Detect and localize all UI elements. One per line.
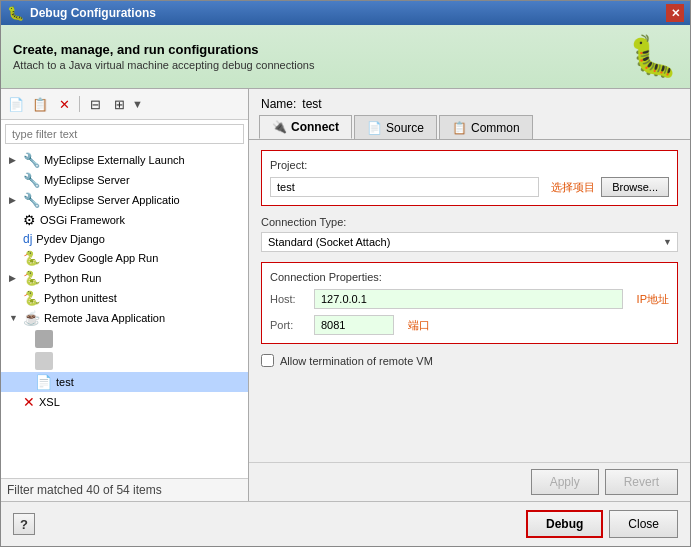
source-icon: 📄 xyxy=(367,121,382,135)
item-label: MyEclipse Server xyxy=(44,174,130,186)
debug-button[interactable]: Debug xyxy=(526,510,603,538)
list-item[interactable] xyxy=(1,328,248,350)
item-label: Python Run xyxy=(44,272,101,284)
project-hint: 选择项目 xyxy=(551,180,595,195)
item-label: test xyxy=(56,376,74,388)
allow-termination-label: Allow termination of remote VM xyxy=(280,355,433,367)
title-bar: 🐛 Debug Configurations ✕ xyxy=(1,1,690,25)
project-input[interactable] xyxy=(270,177,539,197)
host-input[interactable] xyxy=(314,289,623,309)
item-icon: 🐍 xyxy=(23,290,40,306)
toolbar-divider xyxy=(79,96,80,112)
port-input[interactable] xyxy=(314,315,394,335)
header-text: Create, manage, and run configurations A… xyxy=(13,42,314,71)
connection-type-label: Connection Type: xyxy=(261,216,678,228)
sidebar: 📄 📋 ✕ ⊟ ⊞ ▼ ▶ 🔧 MyEclipse Externally Lau… xyxy=(1,89,249,501)
tab-source[interactable]: 📄 Source xyxy=(354,115,437,139)
list-item[interactable]: ▶ 🔧 MyEclipse Externally Launch xyxy=(1,150,248,170)
item-icon: ✕ xyxy=(23,394,35,410)
list-item[interactable]: ▼ ☕ Remote Java Application xyxy=(1,308,248,328)
item-icon: 🐍 xyxy=(23,270,40,286)
filter-input[interactable] xyxy=(5,124,244,144)
toolbar-extra: ▼ xyxy=(132,98,143,110)
item-label: Remote Java Application xyxy=(44,312,165,324)
host-row: Host: IP地址 xyxy=(270,289,669,309)
tree-area: ▶ 🔧 MyEclipse Externally Launch 🔧 MyEcli… xyxy=(1,148,248,478)
browse-button[interactable]: Browse... xyxy=(601,177,669,197)
expand-button[interactable]: ⊞ xyxy=(108,93,130,115)
port-row: Port: 端口 xyxy=(270,315,669,335)
list-item[interactable]: 🔧 MyEclipse Server xyxy=(1,170,248,190)
sidebar-footer: Filter matched 40 of 54 items xyxy=(1,478,248,501)
help-button[interactable]: ? xyxy=(13,513,35,535)
list-item[interactable]: 🐍 Python unittest xyxy=(1,288,248,308)
item-label: OSGi Framework xyxy=(40,214,125,226)
item-label: Pydev Django xyxy=(36,233,105,245)
item-icon: dj xyxy=(23,232,32,246)
allow-termination-checkbox[interactable] xyxy=(261,354,274,367)
bottom-right-buttons: Debug Close xyxy=(526,510,678,538)
connection-properties-section: Connection Properties: Host: IP地址 Port: … xyxy=(261,262,678,344)
main-content: 📄 📋 ✕ ⊟ ⊞ ▼ ▶ 🔧 MyEclipse Externally Lau… xyxy=(1,89,690,501)
collapse-button[interactable]: ⊟ xyxy=(84,93,106,115)
tab-common[interactable]: 📋 Common xyxy=(439,115,533,139)
bottom-bar: ? Debug Close xyxy=(1,501,690,546)
right-panel: Name: test 🔌 Connect 📄 Source 📋 Common xyxy=(249,89,690,501)
connect-icon: 🔌 xyxy=(272,120,287,134)
item-icon: ⚙ xyxy=(23,212,36,228)
item-label: MyEclipse Server Applicatio xyxy=(44,194,180,206)
name-value: test xyxy=(302,97,321,111)
tab-connect-label: Connect xyxy=(291,120,339,134)
close-button[interactable]: Close xyxy=(609,510,678,538)
host-hint: IP地址 xyxy=(637,292,669,307)
apply-button[interactable]: Apply xyxy=(531,469,599,495)
item-label: XSL xyxy=(39,396,60,408)
panel-body: Project: 选择项目 Browse... Connection Type:… xyxy=(249,140,690,462)
allow-termination-row: Allow termination of remote VM xyxy=(261,354,678,367)
name-bar: Name: test xyxy=(249,89,690,115)
list-item[interactable]: ▶ 🔧 MyEclipse Server Applicatio xyxy=(1,190,248,210)
list-item[interactable]: ▶ 🐍 Python Run xyxy=(1,268,248,288)
item-icon: 🔧 xyxy=(23,152,40,168)
item-label: MyEclipse Externally Launch xyxy=(44,154,185,166)
delete-config-button[interactable]: ✕ xyxy=(53,93,75,115)
name-label: Name: xyxy=(261,97,296,111)
window-title: Debug Configurations xyxy=(30,6,660,20)
list-item[interactable]: 🐍 Pydev Google App Run xyxy=(1,248,248,268)
header-area: Create, manage, and run configurations A… xyxy=(1,25,690,89)
item-icon: 🐍 xyxy=(23,250,40,266)
duplicate-config-button[interactable]: 📋 xyxy=(29,93,51,115)
close-window-button[interactable]: ✕ xyxy=(666,4,684,22)
filter-status: Filter matched 40 of 54 items xyxy=(7,483,162,497)
connection-type-section: Connection Type: Standard (Socket Attach… xyxy=(261,216,678,252)
new-config-button[interactable]: 📄 xyxy=(5,93,27,115)
list-item[interactable]: dj Pydev Django xyxy=(1,230,248,248)
list-item[interactable]: ⚙ OSGi Framework xyxy=(1,210,248,230)
port-label: Port: xyxy=(270,319,306,331)
header-subtitle: Attach to a Java virtual machine accepti… xyxy=(13,59,314,71)
window-icon: 🐛 xyxy=(7,5,24,21)
apply-revert-bar: Apply Revert xyxy=(249,462,690,501)
tab-common-label: Common xyxy=(471,121,520,135)
list-item[interactable] xyxy=(1,350,248,372)
bug-icon: 🐛 xyxy=(628,33,678,80)
project-section-label: Project: xyxy=(270,159,669,171)
revert-button[interactable]: Revert xyxy=(605,469,678,495)
tab-connect[interactable]: 🔌 Connect xyxy=(259,115,352,139)
list-item-test[interactable]: 📄 test xyxy=(1,372,248,392)
sidebar-toolbar: 📄 📋 ✕ ⊟ ⊞ ▼ xyxy=(1,89,248,120)
common-icon: 📋 xyxy=(452,121,467,135)
item-icon: ☕ xyxy=(23,310,40,326)
host-port-section: Host: IP地址 Port: 端口 xyxy=(270,289,669,335)
tab-source-label: Source xyxy=(386,121,424,135)
list-item[interactable]: ✕ XSL xyxy=(1,392,248,412)
item-label: Python unittest xyxy=(44,292,117,304)
connection-type-select[interactable]: Standard (Socket Attach) Standard (Socke… xyxy=(261,232,678,252)
item-icon xyxy=(35,352,53,370)
connection-properties-label: Connection Properties: xyxy=(270,271,669,283)
arrow-icon: ▶ xyxy=(9,155,19,165)
main-window: 🐛 Debug Configurations ✕ Create, manage,… xyxy=(0,0,691,547)
tabs-bar: 🔌 Connect 📄 Source 📋 Common xyxy=(249,115,690,140)
item-label: Pydev Google App Run xyxy=(44,252,158,264)
item-icon: 🔧 xyxy=(23,192,40,208)
